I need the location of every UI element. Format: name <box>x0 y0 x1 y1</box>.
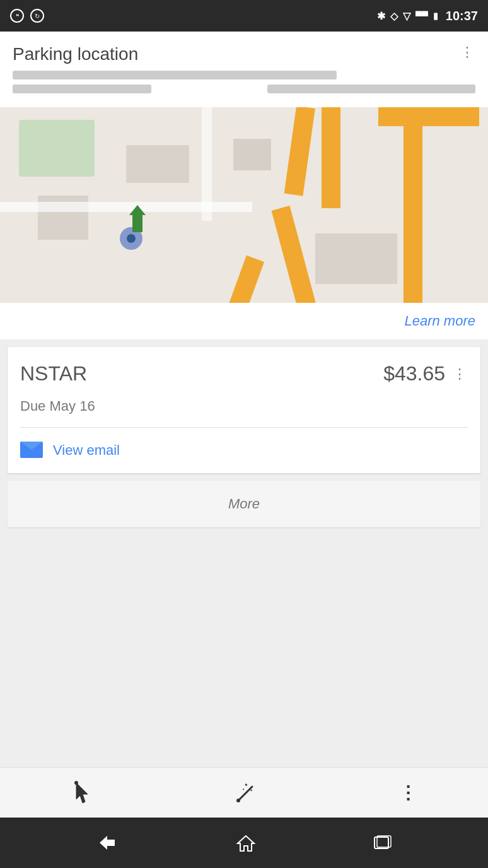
location-dot-inner <box>127 234 136 243</box>
email-icon <box>20 442 43 459</box>
blurred-text-1 <box>13 71 337 79</box>
map-green-area <box>19 120 95 177</box>
cursor-nav-button[interactable] <box>71 780 93 806</box>
quote-icon: ❝ <box>10 9 24 23</box>
status-bar: ❝ ↻ ✱ ◇ ▽ ▀▀ ▮ 10:37 <box>0 0 488 32</box>
svg-text:✦: ✦ <box>249 789 252 792</box>
map-road-white-v <box>202 107 212 221</box>
overflow-nav-button[interactable]: ⋮ <box>399 782 417 803</box>
svg-point-2 <box>236 799 240 802</box>
bluetooth-icon: ✱ <box>377 10 385 22</box>
more-label: More <box>228 496 260 512</box>
back-button[interactable] <box>96 833 119 852</box>
status-bar-right-area: ✱ ◇ ▽ ▀▀ ▮ 10:37 <box>377 9 478 23</box>
more-section[interactable]: More <box>8 481 480 527</box>
nstar-header: NSTAR $43.65 ⋮ <box>8 347 480 398</box>
app-nav-bar: ✦ ✦ ✦ ⋮ <box>0 767 488 818</box>
learn-more-button[interactable]: Learn more <box>404 313 475 329</box>
email-icon-flap <box>20 442 43 450</box>
view-email-label: View email <box>53 442 120 459</box>
parking-map[interactable] <box>0 107 488 303</box>
wifi-icon: ▽ <box>403 10 410 22</box>
green-direction-indicator <box>132 214 142 232</box>
nstar-amount-area: $43.65 ⋮ <box>383 362 468 385</box>
parking-location-title: Parking location <box>13 44 138 64</box>
diamond-icon: ◇ <box>390 10 398 22</box>
green-arrow <box>129 205 146 215</box>
card1-header: Parking location ⋮ <box>0 32 488 71</box>
map-block-4 <box>233 139 271 170</box>
refresh-icon: ↻ <box>30 9 44 23</box>
recent-apps-button[interactable] <box>373 835 392 851</box>
parking-location-card: Parking location ⋮ <box>0 32 488 339</box>
nstar-due-date: Due May 16 <box>8 398 480 427</box>
view-email-button[interactable]: View email <box>8 428 480 473</box>
magic-wand-nav-button[interactable]: ✦ ✦ ✦ <box>235 782 257 804</box>
svg-text:✦: ✦ <box>242 787 245 791</box>
map-road-white-h <box>0 202 252 212</box>
signal-icon: ▀▀ <box>415 11 428 21</box>
blurred-text-2 <box>13 85 151 93</box>
nstar-amount-value: $43.65 <box>383 362 445 385</box>
svg-point-0 <box>74 781 78 785</box>
card1-footer: Learn more <box>0 303 488 339</box>
main-content: Parking location ⋮ <box>0 32 488 805</box>
card1-more-options[interactable]: ⋮ <box>460 44 475 61</box>
map-background <box>0 107 488 303</box>
map-road-main-2 <box>322 107 340 208</box>
status-bar-left-icons: ❝ ↻ <box>10 9 44 23</box>
card2-more-options[interactable]: ⋮ <box>453 366 468 382</box>
clock: 10:37 <box>446 9 478 23</box>
nstar-company-name: NSTAR <box>20 362 87 385</box>
card1-subtitle <box>0 71 488 107</box>
system-nav-bar <box>0 818 488 868</box>
map-block-1 <box>126 145 189 183</box>
map-road-top-h <box>378 107 479 126</box>
nstar-bill-card: NSTAR $43.65 ⋮ Due May 16 View email <box>8 347 480 473</box>
blurred-text-3 <box>267 85 475 93</box>
map-road-right-v <box>404 107 422 303</box>
map-block-3 <box>315 233 397 284</box>
bottom-navigation: ✦ ✦ ✦ ⋮ <box>0 767 488 868</box>
home-button[interactable] <box>235 833 257 852</box>
battery-icon: ▮ <box>433 11 438 21</box>
